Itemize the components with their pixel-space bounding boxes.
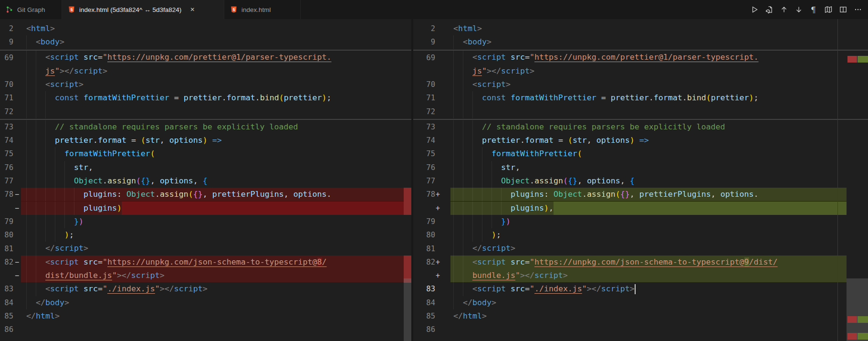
code-line-wrap[interactable]: +plugins), — [413, 202, 868, 215]
code-line-wrap[interactable]: +bundle.js"></script> — [413, 269, 868, 282]
code-line-83[interactable]: 83<script src="./index.js"></script> — [0, 282, 411, 296]
link-text: bundle.js — [472, 271, 515, 280]
code-line-71[interactable]: 71const formatWithPrettier = prettier.fo… — [0, 91, 411, 105]
previous-change-button[interactable] — [776, 3, 791, 16]
code-line-71[interactable]: 71const formatWithPrettier = prettier.fo… — [413, 91, 868, 105]
code-line-82[interactable]: 82−<script src="https://unpkg.com/json-s… — [0, 256, 411, 269]
hidden-region-separator — [413, 50, 868, 51]
tab-bar: Git Graph5index.html (5d3fa824^ ↔ 5d3fa8… — [0, 0, 868, 19]
diff-original-pane[interactable]: 2<html>9<body>69<script src="https://unp… — [0, 19, 411, 341]
scrollbar-slider[interactable] — [847, 278, 868, 341]
code-line-69[interactable]: 69<script src="https://unpkg.com/prettie… — [0, 51, 411, 64]
code-line-77[interactable]: 77Object.assign({}, options, { — [0, 174, 411, 188]
link-text: https://unpkg.com/json-schema-to-typescr… — [534, 257, 744, 266]
code-text: // standalone requires parsers be explic… — [55, 120, 298, 134]
code-line-86[interactable]: 86 — [413, 323, 868, 336]
code-line-2[interactable]: 2<html> — [413, 22, 868, 35]
code-line-73[interactable]: 73// standalone requires parsers be expl… — [0, 120, 411, 134]
code-line-76[interactable]: 76str, — [413, 161, 868, 174]
code-line-81[interactable]: 81</script> — [413, 242, 868, 255]
indent-guide — [472, 202, 473, 215]
code-line-wrap[interactable]: −plugins) — [0, 202, 411, 215]
indent-guide — [36, 147, 36, 160]
code-text: ); — [64, 228, 74, 242]
indent-guide — [64, 174, 65, 188]
code-line-74[interactable]: 74prettier.format = (str, options) => — [0, 134, 411, 147]
indent-guide — [36, 134, 36, 147]
indent-guide — [453, 147, 454, 160]
indent-guide — [55, 147, 55, 160]
code-line-70[interactable]: 70<script> — [413, 78, 868, 91]
code-line-85[interactable]: 85</html> — [0, 309, 411, 323]
indent-guide — [463, 174, 463, 188]
map-button[interactable] — [821, 3, 836, 16]
code-line-82[interactable]: 82+<script src="https://unpkg.com/json-s… — [413, 256, 868, 269]
run-button[interactable] — [747, 3, 762, 16]
code-line-74[interactable]: 74prettier.format = (str, options) => — [413, 134, 868, 147]
code-line-75[interactable]: 75formatWithPrettier( — [0, 147, 411, 160]
code-line-72[interactable]: 72 — [413, 105, 868, 118]
code-line-wrap[interactable]: js"></script> — [0, 64, 411, 78]
indent-guide — [463, 202, 463, 215]
line-number: 2 — [413, 22, 435, 35]
code-line-79[interactable]: 79}) — [0, 215, 411, 228]
editor-actions-toolbar: ¶ — [747, 0, 865, 19]
arrow-down-icon — [795, 6, 803, 13]
toggle-whitespace-button[interactable]: ¶ — [806, 3, 821, 16]
code-line-86[interactable]: 86 — [0, 323, 411, 336]
code-text: prettier.format = (str, options) => — [55, 134, 222, 147]
line-number: 72 — [0, 105, 13, 118]
link-text: https://unpkg.com/prettier@1/parser-type… — [534, 53, 759, 62]
code-line-78[interactable]: 78−plugins: Object.assign({}, prettierPl… — [0, 188, 411, 201]
code-line-81[interactable]: 81</script> — [0, 242, 411, 255]
line-number: 70 — [413, 78, 435, 91]
git-graph-icon — [6, 6, 13, 13]
code-line-78[interactable]: 78+plugins: Object.assign({}, prettierPl… — [413, 188, 868, 201]
code-line-77[interactable]: 77Object.assign({}, options, { — [413, 174, 868, 188]
diff-modified-pane[interactable]: 2<html>9<body>69<script src="https://unp… — [413, 19, 868, 341]
tab-index.html[interactable]: 5index.html — [224, 0, 301, 19]
code-line-76[interactable]: 76str, — [0, 161, 411, 174]
tab-label: Git Graph — [17, 6, 45, 13]
indent-guide — [64, 188, 65, 201]
split-editor-button[interactable] — [836, 3, 850, 16]
open-file-button[interactable] — [762, 3, 776, 16]
line-number: 71 — [413, 91, 435, 105]
code-line-73[interactable]: 73// standalone requires parsers be expl… — [413, 120, 868, 134]
indent-guide — [26, 91, 27, 105]
tab-index.html[interactable]: 5index.html (5d3fa824^ ↔ 5d3fa824)✕ — [62, 0, 224, 19]
code-line-85[interactable]: 85</html> — [413, 309, 868, 323]
indent-guide — [472, 228, 473, 242]
indent-guide — [463, 105, 463, 118]
code-text: prettier.format = (str, options) => — [482, 134, 649, 147]
code-line-69[interactable]: 69<script src="https://unpkg.com/prettie… — [413, 51, 868, 64]
more-actions-button[interactable] — [850, 3, 865, 16]
code-line-9[interactable]: 9<body> — [413, 35, 868, 49]
indent-guide — [45, 91, 46, 105]
link-text: js — [472, 66, 482, 75]
code-text: <script src="https://unpkg.com/json-sche… — [45, 256, 327, 269]
code-text: </html> — [26, 309, 60, 323]
code-line-83[interactable]: 83<script src="./index.js"></script> — [413, 282, 868, 296]
next-change-button[interactable] — [791, 3, 806, 16]
close-icon[interactable]: ✕ — [190, 7, 195, 12]
tab-git[interactable]: Git Graph — [0, 0, 62, 19]
code-line-84[interactable]: 84</body> — [0, 296, 411, 309]
code-line-72[interactable]: 72 — [0, 105, 411, 118]
code-line-84[interactable]: 84</body> — [413, 296, 868, 309]
code-line-70[interactable]: 70<script> — [0, 78, 411, 91]
code-line-wrap[interactable]: −dist/bundle.js"></script> — [0, 269, 411, 282]
code-line-80[interactable]: 80); — [0, 228, 411, 242]
code-line-9[interactable]: 9<body> — [0, 35, 411, 49]
code-line-2[interactable]: 2<html> — [0, 22, 411, 35]
code-line-79[interactable]: 79}) — [413, 215, 868, 228]
scrollbar-slider[interactable] — [404, 278, 411, 341]
code-line-80[interactable]: 80); — [413, 228, 868, 242]
indent-guide — [453, 78, 454, 91]
code-line-75[interactable]: 75formatWithPrettier( — [413, 147, 868, 160]
code-line-wrap[interactable]: js"></script> — [413, 64, 868, 78]
indent-guide — [463, 256, 463, 269]
indent-guide — [26, 215, 27, 228]
tab-label: index.html — [241, 6, 271, 13]
line-number: 79 — [413, 215, 435, 228]
